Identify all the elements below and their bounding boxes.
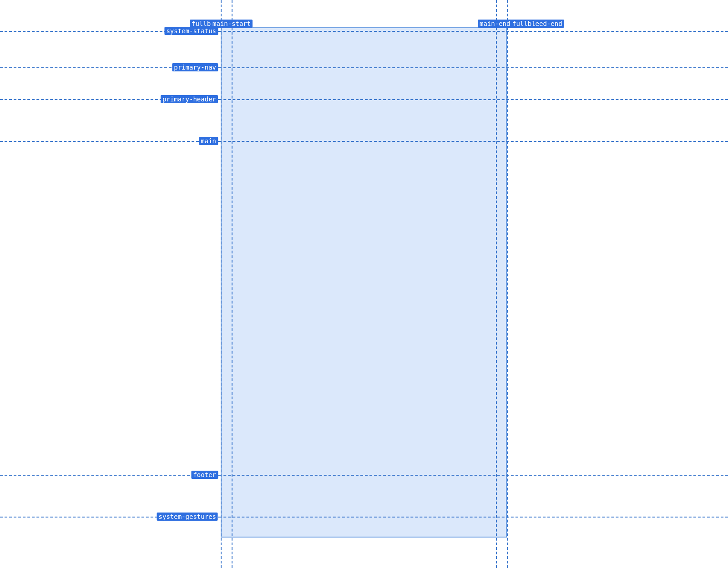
row-label-system-gestures: system-gestures <box>157 513 218 521</box>
tick <box>218 99 221 100</box>
tick <box>218 31 221 32</box>
row-label-system-status: system-status <box>164 27 218 35</box>
tick <box>218 141 221 142</box>
column-line-fullbleed-end <box>507 0 508 568</box>
row-label-primary-header: primary-header <box>161 95 218 103</box>
row-label-main: main <box>199 137 218 145</box>
tick <box>218 517 221 518</box>
column-label-fullbleed-end: fullbleed-end <box>511 20 564 28</box>
column-line-main-start <box>232 0 233 568</box>
row-label-primary-nav: primary-nav <box>172 63 218 71</box>
tick <box>218 67 221 68</box>
grid-cell-highlight <box>221 27 507 538</box>
row-line-main <box>0 141 728 142</box>
tick <box>218 475 221 476</box>
column-line-fullbleed-start <box>221 0 222 568</box>
column-label-main-end: main-end <box>478 20 512 28</box>
row-line-footer <box>0 475 728 476</box>
column-line-main-end <box>496 0 497 568</box>
row-line-primary-nav <box>0 67 728 68</box>
row-line-system-status <box>0 31 728 32</box>
row-line-primary-header <box>0 99 728 100</box>
row-line-system-gestures <box>0 517 728 518</box>
grid-diagram: fullbleed-start main-start main-end full… <box>0 0 728 568</box>
row-label-footer: footer <box>191 471 218 479</box>
